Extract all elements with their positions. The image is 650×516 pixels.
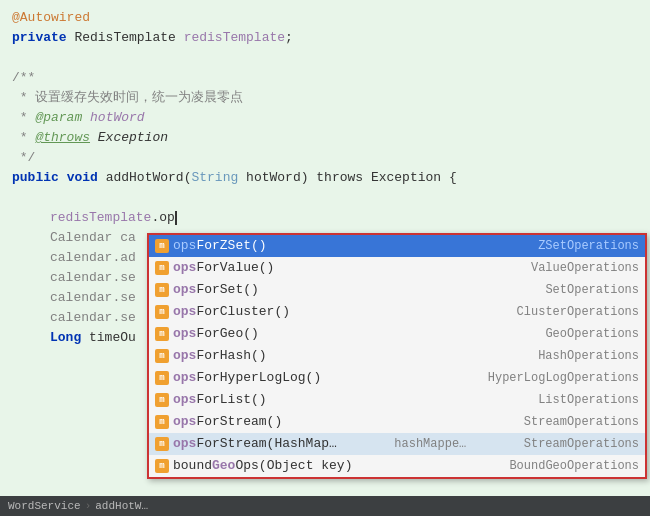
item-type: HyperLogLogOperations [488,368,639,388]
comment: * [12,128,35,148]
keyword-private: private [12,28,67,48]
item-method-text: opsForHyperLogLog() [173,368,321,388]
param-tag: @param [35,108,82,128]
item-type: StreamOperations [524,434,639,454]
autocomplete-item[interactable]: m boundGeoOps(Object key) BoundGeoOperat… [149,455,645,477]
comment: * [12,108,35,128]
code-line-blank [0,188,650,208]
autocomplete-item[interactable]: m opsForHash() HashOperations [149,345,645,367]
autocomplete-item[interactable]: m opsForValue() ValueOperations [149,257,645,279]
keyword-public: public [12,168,59,188]
calendar-set-line2: calendar.se [50,288,136,308]
method-icon: m [155,327,169,341]
breadcrumb-separator: › [85,500,92,512]
long-type: Long [50,328,81,348]
param-name: hotWord [90,108,145,128]
calendar-set-line1: calendar.se [50,268,136,288]
item-type: GeoOperations [545,324,639,344]
autocomplete-item[interactable]: m opsForList() ListOperations [149,389,645,411]
method-icon: m [155,415,169,429]
item-type: HashOperations [538,346,639,366]
code-line: * @throws Exception [0,128,650,148]
keyword-void: void [67,168,98,188]
autocomplete-item[interactable]: m opsForStream() StreamOperations [149,411,645,433]
autocomplete-item[interactable]: m opsForZSet() ZSetOperations [149,235,645,257]
breadcrumb-method: addHotW… [95,500,148,512]
code-line: redisTemplate .op [0,208,650,228]
code-line: public void addHotWord( String hotWord) … [0,168,650,188]
item-method-text: opsForSet() [173,280,259,300]
item-type: ZSetOperations [538,236,639,256]
comment: * 设置缓存失效时间，统一为凌晨零点 [12,88,243,108]
autocomplete-item[interactable]: m opsForStream(HashMap… hashMappe… Strea… [149,433,645,455]
status-bar: WordService › addHotW… [0,496,650,516]
item-type: ClusterOperations [517,302,639,322]
autocomplete-popup: m opsForZSet() ZSetOperations m opsForVa… [147,233,647,479]
type-string: String [191,168,238,188]
item-type: StreamOperations [524,412,639,432]
annotation: @Autowired [12,8,90,28]
code-line-blank [0,48,650,68]
item-type: ValueOperations [531,258,639,278]
code-line: @Autowired [0,8,650,28]
code-line: /** [0,68,650,88]
item-method-text: opsForStream() [173,412,282,432]
calendar-line: Calendar ca [50,228,136,248]
item-method-text: boundGeoOps(Object key) [173,456,352,476]
code-line: * @param hotWord [0,108,650,128]
item-method-text: opsForCluster() [173,302,290,322]
method-icon: m [155,393,169,407]
cursor [175,211,177,225]
throws-keyword: throws [316,168,363,188]
method-icon: m [155,459,169,473]
item-method-text: opsForStream(HashMap… [173,434,337,454]
method-icon: m [155,261,169,275]
comment: */ [12,148,35,168]
code-line: * 设置缓存失效时间，统一为凌晨零点 [0,88,650,108]
method-icon: m [155,349,169,363]
autocomplete-item[interactable]: m opsForGeo() GeoOperations [149,323,645,345]
item-method-text: opsForHash() [173,346,267,366]
calendar-set-line3: calendar.se [50,308,136,328]
autocomplete-item[interactable]: m opsForCluster() ClusterOperations [149,301,645,323]
method-icon: m [155,283,169,297]
var-redistemplate: redisTemplate [184,28,285,48]
autocomplete-item[interactable]: m opsForSet() SetOperations [149,279,645,301]
code-line: private RedisTemplate redisTemplate ; [0,28,650,48]
extra-param: hashMappe… [394,434,466,454]
calendar-add-line: calendar.ad [50,248,136,268]
item-method-text: opsForZSet() [173,236,267,256]
item-type: SetOperations [545,280,639,300]
item-method-text: opsForValue() [173,258,274,278]
comment: /** [12,68,35,88]
item-method-text: opsForGeo() [173,324,259,344]
item-method-text: opsForList() [173,390,267,410]
method-icon: m [155,371,169,385]
method-icon: m [155,437,169,451]
dot-operator: .op [151,208,174,228]
method-icon: m [155,305,169,319]
timeout-line: timeOu [81,328,136,348]
throws-tag: @throws [35,128,90,148]
method-icon: m [155,239,169,253]
breadcrumb-service: WordService [8,500,81,512]
editor-container: @Autowired private RedisTemplate redisTe… [0,0,650,516]
item-type: BoundGeoOperations [509,456,639,476]
item-type: ListOperations [538,390,639,410]
exception-name: Exception [90,128,168,148]
comment [82,108,90,128]
autocomplete-item[interactable]: m opsForHyperLogLog() HyperLogLogOperati… [149,367,645,389]
code-line: */ [0,148,650,168]
redis-template-ref: redisTemplate [50,208,151,228]
